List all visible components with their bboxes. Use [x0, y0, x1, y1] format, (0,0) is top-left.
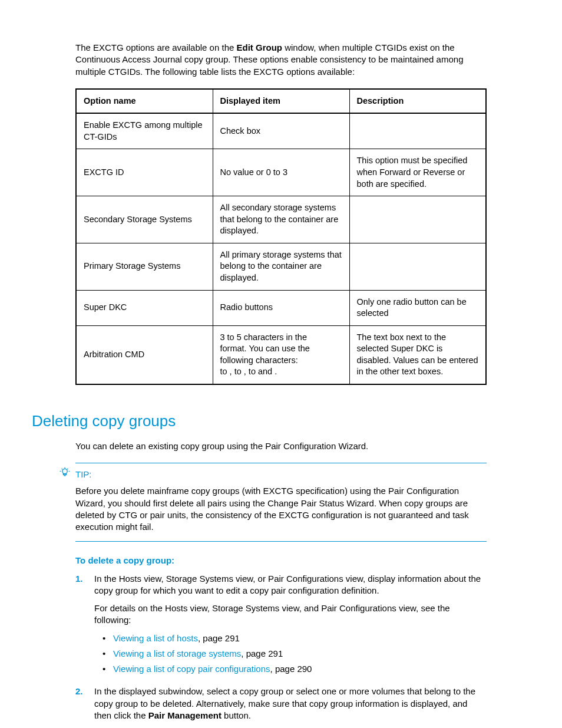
- cell: Enable EXCTG among multiple CT-GIDs: [76, 113, 213, 149]
- cell: Primary Storage Systems: [76, 243, 213, 290]
- cell: Only one radio button can be selected: [349, 290, 486, 325]
- tip-label: TIP:: [75, 469, 92, 480]
- cell: Radio buttons: [213, 290, 349, 325]
- cell: [349, 113, 486, 149]
- cell: Arbitration CMD: [76, 325, 213, 384]
- svg-line-4: [62, 469, 62, 469]
- cell: EXCTG ID: [76, 149, 213, 196]
- tip-rule-bottom: [75, 541, 487, 542]
- table-header-row: Option name Displayed item Description: [76, 89, 486, 114]
- cell: Check box: [213, 113, 349, 149]
- exctg-options-table: Option name Displayed item Description E…: [75, 88, 487, 385]
- table-row: Secondary Storage Systems All secondary …: [76, 196, 486, 243]
- link-hosts[interactable]: Viewing a list of hosts: [113, 633, 198, 643]
- step-1-p2: For details on the Hosts view, Storage S…: [94, 602, 487, 627]
- cell: [349, 243, 486, 290]
- header-displayed-item: Displayed item: [213, 89, 349, 114]
- header-description: Description: [349, 89, 486, 114]
- tip-block: TIP: Before you delete mainframe copy gr…: [59, 463, 487, 542]
- step-2-p1-b: button.: [222, 710, 251, 720]
- procedure-steps: 1. In the Hosts view, Storage Systems vi…: [75, 573, 487, 728]
- cell: No value or 0 to 3: [213, 149, 349, 196]
- header-option-name: Option name: [76, 89, 213, 114]
- step-2: 2. In the displayed subwindow, select a …: [75, 686, 487, 728]
- tip-lightbulb-icon: [59, 467, 71, 482]
- cell: 3 to 5 characters in the format. You can…: [213, 325, 349, 384]
- list-item: Viewing a list of storage systems, page …: [103, 648, 487, 660]
- link-hosts-suffix: , page 291: [198, 633, 240, 643]
- link-copy-pair-configs[interactable]: Viewing a list of copy pair configuratio…: [113, 664, 270, 674]
- svg-point-0: [62, 469, 67, 474]
- step-2-p1-bold: Pair Management: [148, 710, 222, 720]
- step-number: 1.: [75, 573, 86, 679]
- cell: Super DKC: [76, 290, 213, 325]
- link-storage-systems[interactable]: Viewing a list of storage systems: [113, 648, 241, 658]
- cell: The text box next to the selected Super …: [349, 325, 486, 384]
- intro-text-1: The EXCTG options are available on the: [75, 42, 237, 52]
- list-item: Viewing a list of hosts, page 291: [103, 633, 487, 644]
- cell: This option must be specified when Forwa…: [349, 149, 486, 196]
- table-row: Arbitration CMD 3 to 5 characters in the…: [76, 325, 486, 384]
- step-2-p1: In the displayed subwindow, select a cop…: [94, 686, 487, 722]
- list-item: Viewing a list of copy pair configuratio…: [103, 663, 487, 675]
- link-configs-suffix: , page 290: [270, 664, 312, 674]
- link-storage-suffix: , page 291: [241, 648, 283, 658]
- intro-bold: Edit Group: [237, 42, 283, 52]
- cell: All primary storage systems that belong …: [213, 243, 349, 290]
- tip-header: TIP:: [59, 463, 487, 484]
- step-1-p1: In the Hosts view, Storage Systems view,…: [94, 573, 487, 597]
- section-intro: You can delete an existing copy group us…: [75, 440, 487, 452]
- intro-paragraph: The EXCTG options are available on the E…: [75, 42, 487, 78]
- table-row: Super DKC Radio buttons Only one radio b…: [76, 290, 486, 325]
- step-1: 1. In the Hosts view, Storage Systems vi…: [75, 573, 487, 679]
- tip-body: Before you delete mainframe copy groups …: [75, 484, 487, 541]
- table-row: Primary Storage Systems All primary stor…: [76, 243, 486, 290]
- section-heading: Deleting copy groups: [32, 411, 487, 431]
- cell: Secondary Storage Systems: [76, 196, 213, 243]
- svg-line-5: [67, 469, 68, 469]
- procedure-heading: To delete a copy group:: [75, 555, 487, 566]
- table-row: EXCTG ID No value or 0 to 3 This option …: [76, 149, 486, 196]
- cell: [349, 196, 486, 243]
- cell: All secondary storage systems that belon…: [213, 196, 349, 243]
- step-number: 2.: [75, 686, 86, 728]
- step-1-links: Viewing a list of hosts, page 291 Viewin…: [103, 633, 487, 676]
- table-row: Enable EXCTG among multiple CT-GIDs Chec…: [76, 113, 486, 149]
